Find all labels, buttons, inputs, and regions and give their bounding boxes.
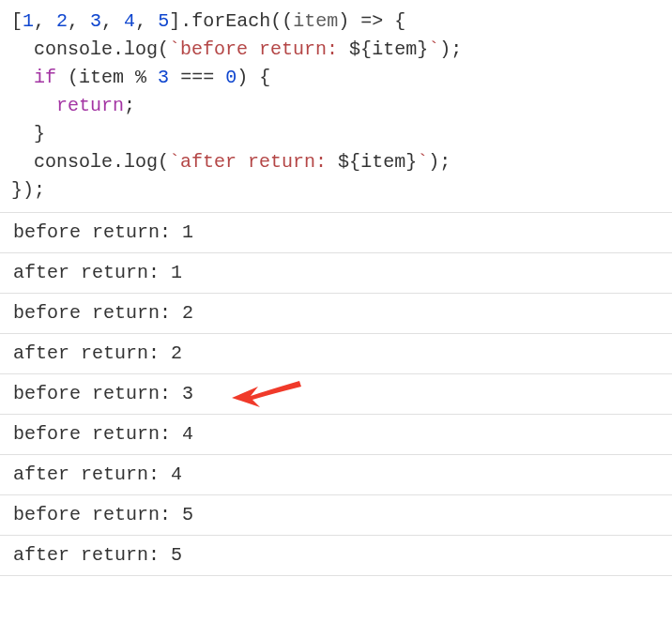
console-log-line: after return: 4 <box>0 455 672 495</box>
console-log-line: after return: 5 <box>0 536 672 576</box>
code-block: [1, 2, 3, 4, 5].forEach((item) => { cons… <box>0 0 672 213</box>
highlight-arrow-icon <box>230 375 305 413</box>
console-log-line: after return: 1 <box>0 253 672 294</box>
console-log-line: before return: 5 <box>0 495 672 536</box>
console-log-line: after return: 2 <box>0 334 672 374</box>
console-log-line: before return: 4 <box>0 415 672 455</box>
console-log-line: before return: 2 <box>0 294 672 334</box>
console-output: before return: 1after return: 1before re… <box>0 213 672 576</box>
console-log-line: before return: 1 <box>0 213 672 253</box>
console-log-line: before return: 3 <box>0 374 672 415</box>
